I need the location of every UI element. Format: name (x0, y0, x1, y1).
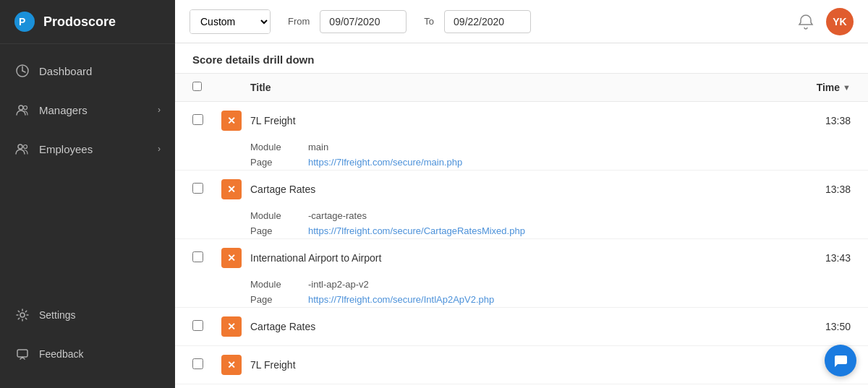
svg-text:P: P (19, 16, 25, 27)
sidebar-item-dashboard[interactable]: Dashboard (0, 51, 175, 90)
row-main-3: ✕ International Airport to Airport 13:43 (175, 239, 868, 277)
sidebar-item-label-managers: Managers (39, 104, 149, 116)
sidebar-item-managers[interactable]: Managers › (0, 90, 175, 129)
svg-point-6 (24, 145, 27, 149)
app-icon-5: ✕ (221, 355, 242, 375)
row-time-1: 13:38 (793, 115, 851, 126)
row-title-4: Cartage Rates (250, 321, 793, 332)
header-checkbox-col (192, 81, 221, 94)
table-row: ✕ 7L Freight 13:38 Module main Page http… (175, 102, 868, 171)
page-link-3[interactable]: https://7lfreight.com/secure/IntlAp2ApV2… (308, 294, 494, 305)
sidebar-item-settings[interactable]: Settings (0, 296, 175, 335)
row-checkbox-1[interactable] (192, 114, 221, 128)
module-value-1: main (308, 142, 328, 152)
module-value-2: -cartage-rates (308, 210, 367, 221)
row-time-4: 13:50 (793, 321, 851, 332)
feedback-icon (14, 346, 30, 362)
page-label-3: Page (250, 294, 294, 305)
row-detail-page-2: Page https://7lfreight.com/secure/Cartag… (175, 223, 868, 238)
svg-point-5 (18, 145, 22, 149)
chat-bubble-icon (833, 353, 848, 368)
managers-icon (14, 102, 30, 118)
date-range-selector[interactable]: Custom Today This Week This Month Last M… (190, 9, 271, 34)
to-label: To (424, 16, 434, 27)
section-title: Score details drill down (175, 43, 868, 74)
header-time-col[interactable]: Time ▼ (793, 82, 851, 93)
prodoscore-logo-icon: P (13, 10, 36, 33)
main-nav: Dashboard Managers › Employees › (0, 44, 175, 296)
page-link-2[interactable]: https://7lfreight.com/secure/CartageRate… (308, 225, 525, 236)
row-detail-module-3: Module -intl-ap2-ap-v2 (175, 277, 868, 292)
module-label-1: Module (250, 142, 294, 152)
row-main-5: ✕ 7L Freight 17:... (175, 346, 868, 384)
app-icon-3: ✕ (221, 248, 242, 268)
row-title-1: 7L Freight (250, 115, 793, 126)
sidebar-item-feedback[interactable]: Feedback (0, 335, 175, 374)
row-checkbox-5[interactable] (192, 358, 221, 372)
sort-arrow-icon: ▼ (843, 83, 851, 92)
sidebar: P Prodoscore Dashboard Managers › Employ… (0, 0, 175, 388)
dashboard-icon (14, 63, 30, 79)
time-col-label: Time (817, 82, 840, 93)
row-checkbox-2[interactable] (192, 183, 221, 197)
date-from-input[interactable] (320, 10, 407, 33)
sidebar-bottom: Settings Feedback (0, 296, 175, 388)
top-header: Custom Today This Week This Month Last M… (175, 0, 868, 43)
table-row: ✕ Cartage Rates 13:50 (175, 308, 868, 346)
notification-bell-icon[interactable] (796, 12, 816, 32)
row-detail-page-1: Page https://7lfreight.com/secure/main.p… (175, 155, 868, 170)
row-icon-5: ✕ (221, 355, 250, 375)
page-link-1[interactable]: https://7lfreight.com/secure/main.php (308, 157, 462, 168)
row-title-5: 7L Freight (250, 359, 793, 371)
app-icon-1: ✕ (221, 111, 242, 131)
row-detail-module-1: Module main (175, 139, 868, 155)
title-col-label: Title (250, 82, 271, 93)
app-icon-2: ✕ (221, 179, 242, 199)
svg-rect-8 (17, 350, 27, 357)
module-label-3: Module (250, 279, 294, 290)
sidebar-item-label-feedback: Feedback (39, 348, 161, 360)
select-all-checkbox[interactable] (192, 82, 202, 91)
table-row: ✕ Cartage Rates 13:38 Module -cartage-ra… (175, 171, 868, 239)
from-label: From (288, 16, 310, 27)
sidebar-item-employees[interactable]: Employees › (0, 129, 175, 168)
date-to-input[interactable] (444, 10, 531, 33)
svg-point-4 (24, 106, 27, 110)
row-title-3: International Airport to Airport (250, 252, 793, 264)
row-detail-module-2: Module -cartage-rates (175, 208, 868, 223)
svg-point-7 (20, 313, 25, 317)
settings-icon (14, 307, 30, 323)
chat-bubble-button[interactable] (825, 345, 856, 376)
row-main-4: ✕ Cartage Rates 13:50 (175, 308, 868, 345)
header-title-col: Title (250, 82, 793, 93)
module-label-2: Module (250, 210, 294, 221)
row-checkbox-3[interactable] (192, 251, 221, 265)
main-area: Custom Today This Week This Month Last M… (175, 0, 868, 388)
app-icon-4: ✕ (221, 316, 242, 337)
employees-icon (14, 141, 30, 157)
row-time-3: 13:43 (793, 252, 851, 264)
row-main-1: ✕ 7L Freight 13:38 (175, 102, 868, 139)
table-row: ✕ International Airport to Airport 13:43… (175, 239, 868, 308)
row-icon-4: ✕ (221, 316, 250, 337)
chevron-right-icon-managers: › (158, 105, 161, 115)
row-time-2: 13:38 (793, 184, 851, 195)
drill-down-table: Title Time ▼ ✕ 7L Freight 13:38 (175, 74, 868, 384)
user-avatar[interactable]: YK (826, 8, 854, 35)
date-range-dropdown[interactable]: Custom Today This Week This Month Last M… (190, 10, 270, 33)
sidebar-item-label-dashboard: Dashboard (39, 65, 161, 77)
row-checkbox-4[interactable] (192, 320, 221, 334)
logo-area: P Prodoscore (0, 0, 175, 44)
row-icon-3: ✕ (221, 248, 250, 268)
table-row: ✕ 7L Freight 17:... (175, 346, 868, 384)
row-icon-2: ✕ (221, 179, 250, 199)
row-main-2: ✕ Cartage Rates 13:38 (175, 171, 868, 208)
page-label-1: Page (250, 157, 294, 168)
svg-point-3 (19, 105, 23, 110)
main-content: Score details drill down Title Time ▼ (175, 43, 868, 388)
module-value-3: -intl-ap2-ap-v2 (308, 279, 369, 290)
row-title-2: Cartage Rates (250, 184, 793, 195)
row-icon-1: ✕ (221, 111, 250, 131)
logo-text: Prodoscore (43, 14, 116, 30)
table-header: Title Time ▼ (175, 74, 868, 102)
